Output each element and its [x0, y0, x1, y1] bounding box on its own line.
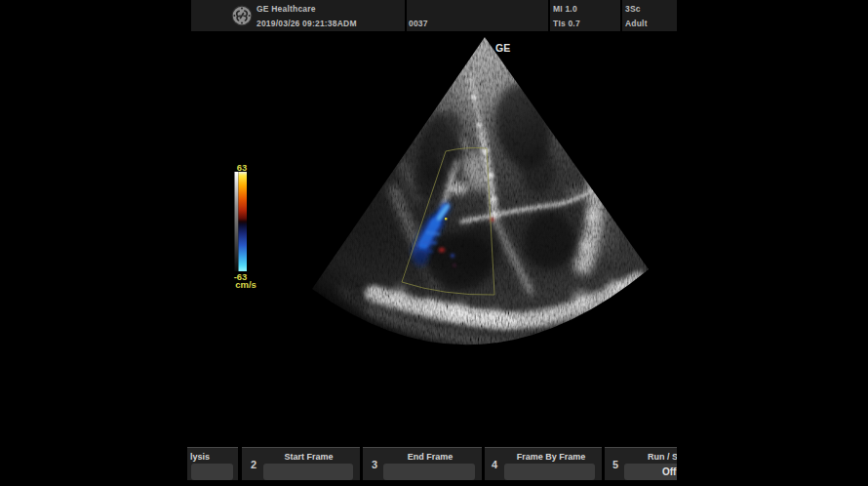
svg-text:GE: GE: [495, 42, 510, 54]
svg-text:cm/s: cm/s: [235, 279, 256, 290]
svg-text:63: 63: [237, 162, 248, 173]
